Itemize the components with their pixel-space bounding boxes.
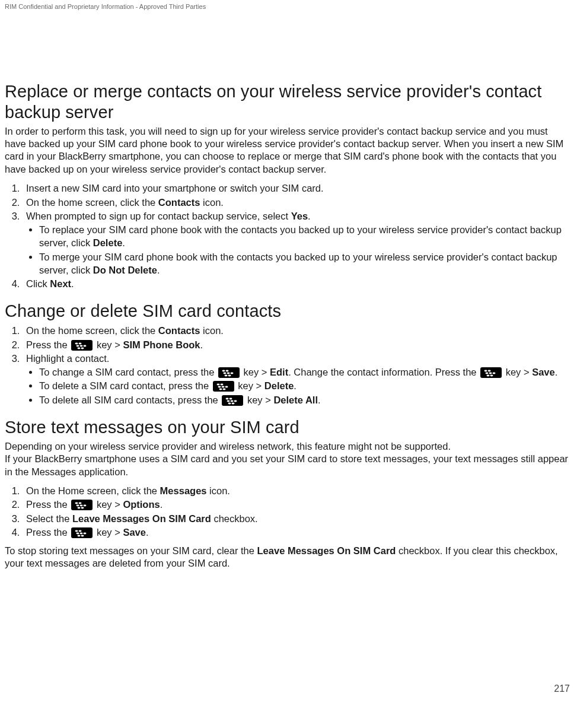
bold-term: Contacts xyxy=(158,325,200,336)
step-text: On the home screen, click the xyxy=(26,325,158,336)
step-item: Insert a new SIM card into your smartpho… xyxy=(23,182,570,195)
svg-point-6 xyxy=(81,347,84,349)
step-item: On the home screen, click the Contacts i… xyxy=(23,196,570,209)
bullet-item: To replace your SIM card phone book with… xyxy=(39,223,570,250)
bold-term: Yes xyxy=(291,211,308,221)
svg-point-11 xyxy=(230,373,233,374)
svg-point-3 xyxy=(80,345,83,346)
bold-term: Next xyxy=(50,278,71,289)
step-text: . xyxy=(146,527,149,538)
svg-point-21 xyxy=(216,384,219,386)
step-text: key > xyxy=(94,339,123,350)
svg-point-39 xyxy=(84,505,87,507)
step-text: Highlight a contact. xyxy=(26,353,109,364)
step-text: Press the xyxy=(26,339,70,350)
bold-term: Options xyxy=(123,499,160,510)
svg-point-19 xyxy=(487,375,490,377)
bold-term: Messages xyxy=(160,485,207,496)
bold-term: Do Not Delete xyxy=(93,265,157,275)
step-item: Click Next. xyxy=(23,277,570,290)
svg-point-48 xyxy=(81,535,84,536)
blackberry-menu-key-icon xyxy=(71,500,93,510)
step-text: key > xyxy=(503,367,532,377)
svg-point-32 xyxy=(234,400,237,402)
svg-point-23 xyxy=(218,386,221,388)
svg-point-41 xyxy=(81,507,84,509)
step-text: To change a SIM card contact, press the xyxy=(39,367,217,377)
step-text: . xyxy=(200,339,203,350)
step-text: key > xyxy=(94,527,123,538)
ordered-steps: Insert a new SIM card into your smartpho… xyxy=(5,182,570,290)
step-text: Press the xyxy=(26,499,70,510)
step-text: Press the xyxy=(26,527,70,538)
svg-point-29 xyxy=(229,398,232,399)
step-item: Press the key > Options. xyxy=(23,498,570,511)
page-number: 217 xyxy=(554,684,570,694)
bullet-item: To change a SIM card contact, press the … xyxy=(39,365,570,379)
step-item: Highlight a contact. To change a SIM car… xyxy=(23,352,570,406)
svg-point-0 xyxy=(75,342,78,344)
svg-point-45 xyxy=(80,532,83,534)
intro-paragraph: If your BlackBerry smartphone uses a SIM… xyxy=(5,453,570,478)
bold-term: Leave Messages On SIM Card xyxy=(72,513,211,524)
step-text: key > xyxy=(94,499,123,510)
svg-point-24 xyxy=(221,386,224,388)
bold-term: Save xyxy=(123,527,146,538)
svg-point-47 xyxy=(78,535,81,536)
svg-point-4 xyxy=(84,345,87,346)
step-item: On the home screen, click the Contacts i… xyxy=(23,324,570,337)
blackberry-menu-key-icon xyxy=(71,340,93,351)
svg-point-5 xyxy=(78,347,81,349)
step-text: key > xyxy=(241,367,270,377)
step-text: key > xyxy=(244,395,273,405)
svg-point-2 xyxy=(76,345,79,346)
header-confidential-text: RIM Confidential and Proprietary Informa… xyxy=(5,3,570,10)
svg-point-9 xyxy=(223,373,226,374)
svg-point-22 xyxy=(220,384,223,386)
svg-point-25 xyxy=(225,386,228,388)
svg-point-43 xyxy=(79,530,82,532)
bullet-item: To delete all SIM card contacts, press t… xyxy=(39,393,570,406)
bullet-list: To change a SIM card contact, press the … xyxy=(26,365,570,406)
step-text: Select the xyxy=(26,513,72,524)
blackberry-menu-key-icon xyxy=(218,367,240,378)
step-text: To stop storing text messages on your SI… xyxy=(5,545,257,556)
svg-point-28 xyxy=(226,398,229,399)
svg-point-38 xyxy=(80,505,83,507)
svg-point-7 xyxy=(222,370,225,372)
step-text: To delete all SIM card contacts, press t… xyxy=(39,395,221,405)
step-text: . xyxy=(555,367,558,377)
svg-point-8 xyxy=(225,370,228,372)
step-text: . xyxy=(308,211,311,221)
step-item: When prompted to sign up for contact bac… xyxy=(23,209,570,276)
svg-point-46 xyxy=(84,532,87,534)
svg-point-14 xyxy=(484,370,487,372)
svg-point-27 xyxy=(222,389,225,390)
bold-term: SIM Phone Book xyxy=(123,339,200,350)
blackberry-menu-key-icon xyxy=(480,367,502,378)
step-text: icon. xyxy=(207,485,230,496)
svg-point-16 xyxy=(486,373,489,374)
svg-point-37 xyxy=(76,505,79,507)
intro-paragraph: Depending on your wireless service provi… xyxy=(5,440,570,453)
svg-point-26 xyxy=(219,389,222,390)
blackberry-menu-key-icon xyxy=(213,381,234,392)
step-text: . xyxy=(294,380,297,391)
bold-term: Delete xyxy=(93,237,123,248)
step-text: checkbox. xyxy=(211,513,258,524)
step-text: . xyxy=(122,237,125,248)
svg-point-13 xyxy=(228,375,231,377)
section-title-store-text: Store text messages on your SIM card xyxy=(5,417,570,438)
bullet-item: To delete a SIM card contact, press the … xyxy=(39,379,570,392)
svg-point-44 xyxy=(76,532,79,534)
svg-point-12 xyxy=(224,375,227,377)
svg-point-17 xyxy=(489,373,492,374)
step-text: . xyxy=(157,265,160,275)
svg-point-33 xyxy=(228,402,231,404)
bold-term: Save xyxy=(532,367,555,377)
step-text: Insert a new SIM card into your smartpho… xyxy=(26,183,324,193)
document-page: RIM Confidential and Proprietary Informa… xyxy=(0,0,577,700)
svg-point-40 xyxy=(78,507,81,509)
step-item: Select the Leave Messages On SIM Card ch… xyxy=(23,512,570,525)
bold-term: Edit xyxy=(270,367,288,377)
